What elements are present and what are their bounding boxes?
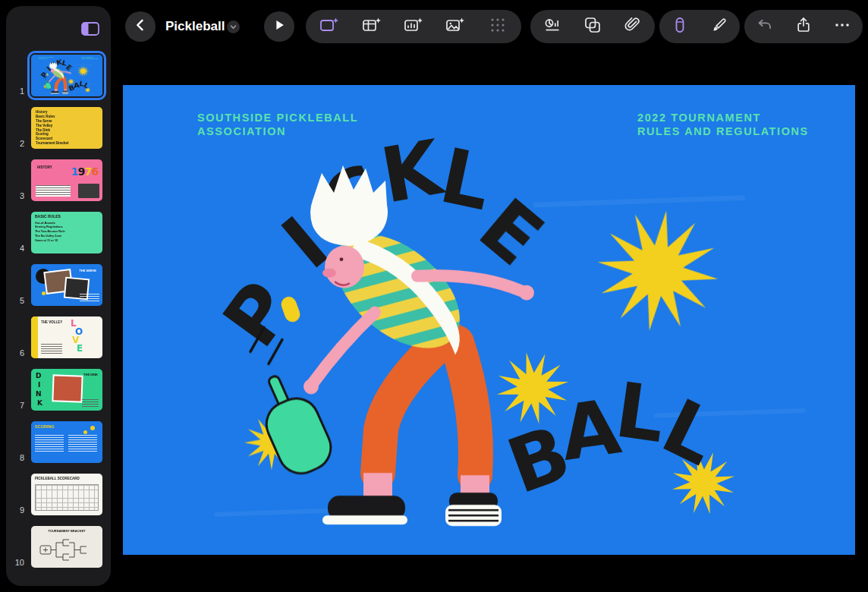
selection-ring: [27, 51, 106, 100]
slide-thumbnail-9[interactable]: PICKLEBALL SCORECARD: [31, 474, 102, 515]
back-chevron-icon: [133, 17, 148, 36]
shapes-button[interactable]: [574, 10, 611, 43]
slide-number-9: 9: [6, 505, 27, 519]
slide-number-1: 1: [6, 87, 27, 100]
insert-table-icon: [362, 16, 382, 37]
play-button[interactable]: [264, 11, 294, 42]
slide-thumbnail-6[interactable]: THE VOLLEY L O V E: [31, 316, 102, 358]
add-slide-button[interactable]: [311, 10, 348, 43]
paperclip-icon: [624, 16, 642, 37]
basic-rules-items: Out-of-Bounds Serving Regulations The Tw…: [35, 221, 102, 242]
title-menu-button[interactable]: [227, 20, 240, 33]
object-group: [530, 10, 655, 43]
apps-grid-icon: [489, 17, 506, 36]
history-text-block: [34, 184, 72, 198]
shape-tool-icon: [671, 16, 689, 37]
document-title[interactable]: Pickleball: [165, 19, 225, 34]
slide-thumbnail-5[interactable]: THE SERVE: [31, 264, 102, 306]
slide-number-10: 10: [6, 558, 27, 572]
slide-1-artwork: [123, 85, 855, 555]
more-button[interactable]: [824, 10, 860, 43]
slide-thumbnail-8[interactable]: SCORING: [31, 421, 102, 463]
slide-canvas[interactable]: [123, 85, 855, 555]
share-button[interactable]: [785, 10, 822, 43]
charts-button[interactable]: [534, 10, 571, 43]
play-icon: [272, 18, 286, 35]
dink-photo: [52, 374, 83, 402]
dink-title: THE DINK: [61, 373, 98, 376]
slide-number-5: 5: [6, 296, 27, 310]
slide-thumbnail-2[interactable]: History Basic Rules The Serve The Volley…: [31, 107, 102, 149]
slide-row-1: 1: [6, 51, 111, 100]
sidebar-toggle-button[interactable]: [76, 17, 105, 44]
share-icon: [794, 16, 813, 37]
slide-row-2: 2 History Basic Rules The Serve The Voll…: [6, 103, 111, 153]
slide-navigator: 1 2 History Basic Rules The Serve The Vo…: [6, 6, 111, 586]
undo-icon: [756, 16, 774, 37]
slide-row-7: 7 D I N K THE DINK: [6, 365, 111, 414]
format-brush-icon: [710, 16, 728, 37]
slide-thumbnail-10[interactable]: TOURNAMENT BRACKET: [31, 526, 102, 568]
slide-number-7: 7: [6, 401, 27, 414]
charts-icon: [543, 16, 561, 37]
slide-row-10: 10 TOURNAMENT BRACKET: [6, 522, 111, 572]
insert-chart-icon: [404, 16, 423, 37]
scoring-ball-1: [90, 426, 95, 430]
serve-ball: [42, 291, 46, 295]
slide-thumbnail-1[interactable]: [31, 55, 102, 96]
insert-group: [306, 10, 521, 43]
slide-number-3: 3: [6, 191, 27, 205]
slide-row-3: 3 HISTORY 1976: [6, 156, 111, 205]
insert-photo-icon: [445, 16, 465, 37]
back-button[interactable]: [125, 11, 156, 42]
basic-rules-title: BASIC RULES: [35, 215, 102, 219]
bracket-title: TOURNAMENT BRACKET: [31, 529, 102, 533]
slide-number-2: 2: [6, 139, 27, 153]
actions-group: [744, 10, 863, 43]
slide-thumbnail-4[interactable]: BASIC RULES Out-of-Bounds Serving Regula…: [31, 212, 102, 253]
scorecard-table: [35, 484, 99, 511]
insert-photo-button[interactable]: [437, 10, 473, 43]
sidebar-toggle-icon: [80, 20, 100, 41]
serve-title: THE SERVE: [60, 269, 96, 272]
serve-text-block: [80, 294, 99, 302]
shapes-icon: [583, 16, 602, 37]
shape-tool-button[interactable]: [662, 10, 698, 43]
insert-table-button[interactable]: [354, 10, 390, 43]
scoring-text-col2: [68, 435, 97, 452]
slide-row-4: 4 BASIC RULES Out-of-Bounds Serving Regu…: [6, 208, 111, 257]
slide-row-5: 5 THE SERVE: [6, 260, 111, 310]
agenda-items: History Basic Rules The Serve The Volley…: [31, 107, 102, 146]
scoring-text-col1: [35, 435, 64, 452]
slide-thumbnail-3[interactable]: HISTORY 1976: [31, 159, 102, 201]
slide-number-8: 8: [6, 453, 27, 467]
slide-row-6: 6 THE VOLLEY L O V E: [6, 313, 111, 362]
slide-thumbnail-7[interactable]: D I N K THE DINK: [31, 369, 102, 411]
volley-band: [31, 316, 38, 358]
undo-button[interactable]: [747, 10, 783, 43]
apps-grid-button[interactable]: [480, 10, 516, 43]
attachment-button[interactable]: [615, 10, 651, 43]
slide-number-4: 4: [6, 244, 27, 257]
year-1976: 1976: [71, 165, 98, 178]
dink-letters: D I N K: [36, 371, 42, 408]
style-group: [659, 10, 740, 43]
scoring-ball-2: [83, 430, 87, 434]
bracket-diagram: [39, 537, 95, 564]
history-photo: [78, 184, 99, 198]
more-icon: [833, 16, 851, 37]
format-brush-button[interactable]: [701, 10, 737, 43]
slide-row-8: 8 SCORING: [6, 417, 111, 467]
add-slide-icon: [319, 16, 339, 37]
slide-row-9: 9 PICKLEBALL SCORECARD: [6, 470, 111, 519]
toolbar: Pickleball: [0, 0, 868, 53]
thumbnail-list: 1 2 History Basic Rules The Serve The Vo…: [6, 51, 111, 575]
love-letters: L O V E: [71, 320, 83, 353]
scorecard-title: PICKLEBALL SCORECARD: [35, 477, 99, 480]
dink-text-block: [82, 399, 99, 407]
slide-number-6: 6: [6, 348, 27, 362]
insert-chart-button[interactable]: [395, 10, 432, 43]
volley-text-block: [41, 344, 62, 354]
chevron-down-icon: [229, 20, 237, 34]
